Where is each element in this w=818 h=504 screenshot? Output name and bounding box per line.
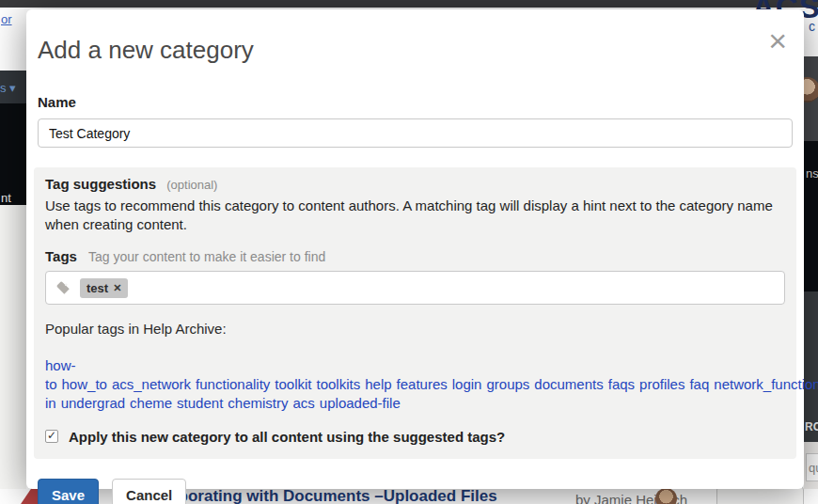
tag-suggestions-heading: Tag suggestions [45, 176, 156, 192]
add-category-modal: × Add a new category Name Tag suggestion… [26, 9, 804, 489]
category-name-input[interactable] [38, 118, 793, 148]
popular-tag-link[interactable]: uploaded-file [320, 395, 401, 411]
modal-title: Add a new category [38, 36, 793, 65]
apply-checkbox-row: Apply this new category to all content u… [45, 429, 785, 445]
popular-tag-link[interactable]: acs [293, 395, 315, 411]
popular-tag-link[interactable]: network_functionality [714, 376, 818, 392]
tag-suggestions-panel: Tag suggestions (optional) Use tags to r… [34, 167, 796, 459]
header-link-fragment[interactable]: or [1, 12, 12, 26]
tags-label-row: Tags Tag your content to make it easier … [45, 248, 785, 264]
modal-actions: Save Cancel [38, 479, 793, 504]
hero-text-fragment-right: ns [806, 166, 818, 181]
save-button[interactable]: Save [38, 479, 99, 504]
popular-tag-link[interactable]: faqs [608, 376, 635, 392]
popular-tag-link[interactable]: help [365, 376, 391, 392]
popular-tag-link[interactable]: faq [689, 376, 709, 392]
tag-suggestions-description: Use tags to recommend this category to c… [45, 197, 785, 234]
popular-tags-heading: Popular tags in Help Archive: [45, 321, 785, 337]
popular-tag-link[interactable]: how_to [62, 376, 107, 392]
popular-tag-link[interactable]: undergrad [61, 395, 125, 411]
tag-chip-list: test ✕ [80, 278, 128, 298]
cancel-button[interactable]: Cancel [112, 479, 186, 504]
hero-text-fragment-left: nt [1, 191, 11, 205]
tag-suggestions-heading-row: Tag suggestions (optional) [45, 176, 785, 192]
nav-dropdown-fragment[interactable]: s ▾ [0, 81, 16, 95]
popular-tag-link[interactable]: groups [486, 376, 529, 392]
acs-logo-tagline-fragment: c [809, 19, 815, 34]
tags-label: Tags [45, 248, 77, 264]
tags-hint: Tag your content to make it easier to fi… [88, 249, 325, 264]
tags-input[interactable]: test ✕ [45, 271, 785, 305]
popular-tag-link[interactable]: toolkits [317, 376, 361, 392]
optional-label: (optional) [166, 178, 217, 192]
popular-tag-link[interactable]: features [397, 376, 448, 392]
popular-tag-link[interactable]: documents [534, 376, 603, 392]
page-top-bar [0, 0, 818, 8]
popular-tag-link[interactable]: login [452, 376, 482, 392]
popular-tag-link[interactable]: profiles [639, 376, 684, 392]
popular-tag-link[interactable]: cheme [130, 395, 172, 411]
popular-tag-link[interactable]: functionality [196, 376, 270, 392]
search-input-text-fragment: qu [809, 461, 818, 475]
popular-tag-link[interactable]: toolkit [275, 376, 311, 392]
page-hero-fragment-left [0, 103, 26, 205]
apply-checkbox[interactable] [45, 430, 58, 443]
close-icon[interactable]: × [768, 28, 787, 53]
tag-chip-label: test [87, 281, 108, 295]
tag-chip[interactable]: test ✕ [80, 278, 128, 298]
page-band-fragment-right-3 [804, 291, 818, 442]
popular-tag-link[interactable]: chemistry [228, 395, 288, 411]
popular-tag-link[interactable]: student [177, 395, 223, 411]
search-button-fragment[interactable]: RCH [805, 420, 818, 433]
apply-checkbox-label: Apply this new category to all content u… [69, 429, 505, 445]
name-label: Name [38, 94, 793, 110]
remove-tag-icon[interactable]: ✕ [113, 282, 121, 294]
page-body-fragment-left [0, 205, 26, 504]
tag-icon [55, 279, 71, 296]
popular-tag-link[interactable]: acs_network [112, 376, 191, 392]
popular-tags-list: how-tohow_toacs_networkfunctionalitytool… [45, 356, 785, 413]
page-band-fragment-right-2 [804, 141, 818, 291]
